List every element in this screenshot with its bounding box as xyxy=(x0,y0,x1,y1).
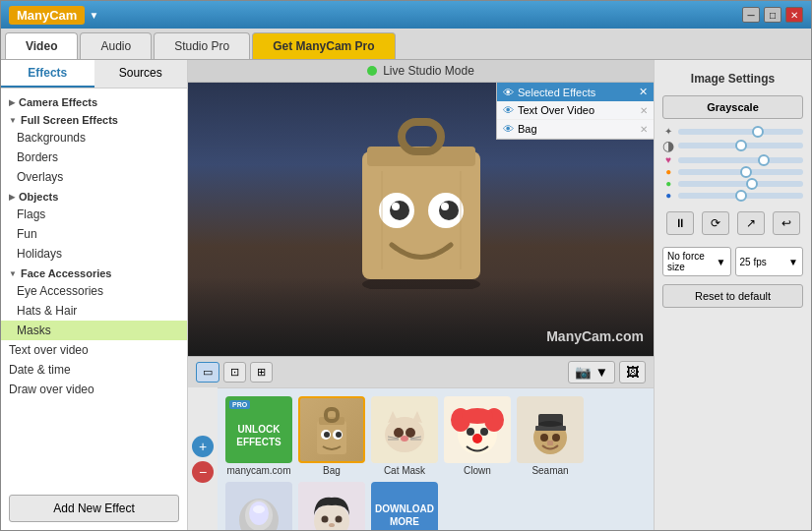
item-overlays[interactable]: Overlays xyxy=(1,167,187,187)
arrow-icon: ▼ xyxy=(9,269,17,278)
thumb-label: Bag xyxy=(323,465,341,476)
right-panel: Image Settings Grayscale ✦ ◑ ♥ xyxy=(654,60,811,530)
svg-rect-14 xyxy=(326,409,338,421)
svg-point-34 xyxy=(480,428,488,436)
undo-button[interactable]: ↩ xyxy=(773,211,800,235)
brightness-slider[interactable] xyxy=(678,129,803,135)
saturation-slider[interactable] xyxy=(678,157,803,163)
eye-icon[interactable]: 👁 xyxy=(503,123,514,135)
item-fun[interactable]: Fun xyxy=(1,224,187,244)
refresh-button[interactable]: ⟳ xyxy=(702,211,729,235)
thumb-label: Cat Mask xyxy=(384,465,425,476)
slider-row-contrast: ◑ xyxy=(662,138,803,153)
svg-point-46 xyxy=(253,505,265,513)
item-borders[interactable]: Borders xyxy=(1,148,187,167)
reset-button[interactable]: Reset to default xyxy=(662,284,803,308)
pause-button[interactable]: ⏸ xyxy=(666,211,694,235)
thumbnail-area: + − PRO UNLOCKEFFECTS manycam.com xyxy=(188,387,654,530)
view-btn-2[interactable]: ⊡ xyxy=(223,362,246,383)
remove-effect-button[interactable]: ✕ xyxy=(640,105,648,116)
tab-audio[interactable]: Audio xyxy=(80,32,152,59)
grayscale-button[interactable]: Grayscale xyxy=(662,95,803,119)
svg-rect-42 xyxy=(547,441,553,445)
selected-effects-header: 👁 Selected Effects ✕ xyxy=(497,83,654,101)
thumbnail-bag[interactable]: Bag xyxy=(298,396,365,476)
thumbnail-clown[interactable]: Clown xyxy=(444,396,511,476)
slider-row-brightness: ✦ xyxy=(662,126,803,137)
svg-point-17 xyxy=(324,432,330,438)
remove-effect-button[interactable]: ✕ xyxy=(640,124,648,135)
item-masks[interactable]: Masks xyxy=(1,321,187,340)
thumbnail-spaceman[interactable]: Spaceman xyxy=(225,482,292,530)
category-label: Objects xyxy=(19,191,58,203)
item-holidays[interactable]: Holidays xyxy=(1,244,187,264)
eye-icon[interactable]: 👁 xyxy=(503,104,514,116)
hue-blue-slider[interactable] xyxy=(678,193,803,199)
fps-arrow: ▼ xyxy=(788,257,798,267)
unlock-text: UNLOCKEFFECTS xyxy=(236,423,281,448)
svg-point-18 xyxy=(336,432,342,438)
add-effect-button[interactable]: + xyxy=(192,436,214,457)
tab-video[interactable]: Video xyxy=(5,32,78,59)
tab-effects[interactable]: Effects xyxy=(1,60,94,88)
download-text: DOWNLOADMORE xyxy=(375,502,434,528)
app-menu-arrow[interactable]: ▼ xyxy=(89,10,98,21)
eye-icon: 👁 xyxy=(503,87,514,98)
arrow-icon: ▶ xyxy=(9,193,15,202)
live-indicator xyxy=(367,66,377,76)
view-btn-1[interactable]: ▭ xyxy=(196,362,219,383)
hue-green-slider[interactable] xyxy=(678,181,803,187)
minimize-button[interactable]: ─ xyxy=(742,7,760,23)
thumbnail-seaman[interactable]: Seaman xyxy=(517,396,584,476)
thumb-label: Clown xyxy=(464,465,491,476)
thumbnail-cat-mask[interactable]: Cat Mask xyxy=(371,396,438,476)
item-draw-over-video[interactable]: Draw over video xyxy=(1,380,187,399)
add-new-effect-button[interactable]: Add New Effect xyxy=(9,495,179,522)
share-button[interactable]: ↗ xyxy=(737,211,765,235)
brightness-icon: ✦ xyxy=(662,126,674,137)
action-buttons: ⏸ ⟳ ↗ ↩ xyxy=(662,211,803,235)
item-flags[interactable]: Flags xyxy=(1,205,187,224)
hue-orange-slider[interactable] xyxy=(678,169,803,175)
contrast-slider[interactable] xyxy=(678,143,803,148)
camera-button[interactable]: 📷 ▼ xyxy=(568,361,615,384)
item-hats-hair[interactable]: Hats & Hair xyxy=(1,301,187,321)
category-objects[interactable]: ▶ Objects xyxy=(1,187,187,205)
size-select[interactable]: No force size ▼ xyxy=(662,247,731,276)
app-logo[interactable]: ManyCam xyxy=(9,6,85,25)
item-backgrounds[interactable]: Backgrounds xyxy=(1,128,187,148)
video-header: Live Studio Mode xyxy=(188,60,654,83)
svg-point-23 xyxy=(406,428,415,438)
remove-effect-button[interactable]: − xyxy=(192,461,214,483)
item-date-time[interactable]: Date & time xyxy=(1,360,187,380)
thumbnail-unlock[interactable]: PRO UNLOCKEFFECTS manycam.com xyxy=(225,396,292,476)
thumbnail-download[interactable]: DOWNLOADMORE manycam.com xyxy=(371,482,438,530)
tab-sources[interactable]: Sources xyxy=(94,60,188,88)
category-camera-effects[interactable]: ▶ Camera Effects xyxy=(1,92,187,110)
maximize-button[interactable]: □ xyxy=(764,7,781,23)
category-label: Camera Effects xyxy=(19,96,97,108)
thumb-label: manycam.com xyxy=(226,465,290,476)
snapshot-button[interactable]: 🖼 xyxy=(619,361,646,384)
slider-row-hue-green: ● xyxy=(662,178,803,189)
close-icon[interactable]: ✕ xyxy=(639,86,648,98)
tab-get-manycam-pro[interactable]: Get ManyCam Pro xyxy=(252,32,395,59)
app-window: ManyCam ▼ ─ □ ✕ Video Audio Studio Pro G… xyxy=(0,0,812,531)
slider-row-saturation: ♥ xyxy=(662,154,803,165)
item-text-over-video[interactable]: Text over video xyxy=(1,340,187,360)
svg-point-6 xyxy=(390,201,409,220)
category-face-accessories[interactable]: ▼ Face Accessories xyxy=(1,264,187,281)
category-full-screen-effects[interactable]: ▼ Full Screen Effects xyxy=(1,110,187,128)
view-btn-3[interactable]: ⊞ xyxy=(250,362,273,383)
titlebar: ManyCam ▼ ─ □ ✕ xyxy=(1,1,811,29)
contrast-icon: ◑ xyxy=(662,138,674,153)
item-eye-accessories[interactable]: Eye Accessories xyxy=(1,281,187,301)
fps-select[interactable]: 25 fps ▼ xyxy=(735,247,804,276)
tab-studio-pro[interactable]: Studio Pro xyxy=(154,32,250,59)
thumbnail-vampire[interactable]: Vampire xyxy=(298,482,365,530)
close-button[interactable]: ✕ xyxy=(785,7,803,23)
size-fps-row: No force size ▼ 25 fps ▼ xyxy=(662,247,803,276)
fps-label: 25 fps xyxy=(740,257,767,267)
bag-character xyxy=(333,92,510,289)
size-label: No force size xyxy=(667,251,717,272)
